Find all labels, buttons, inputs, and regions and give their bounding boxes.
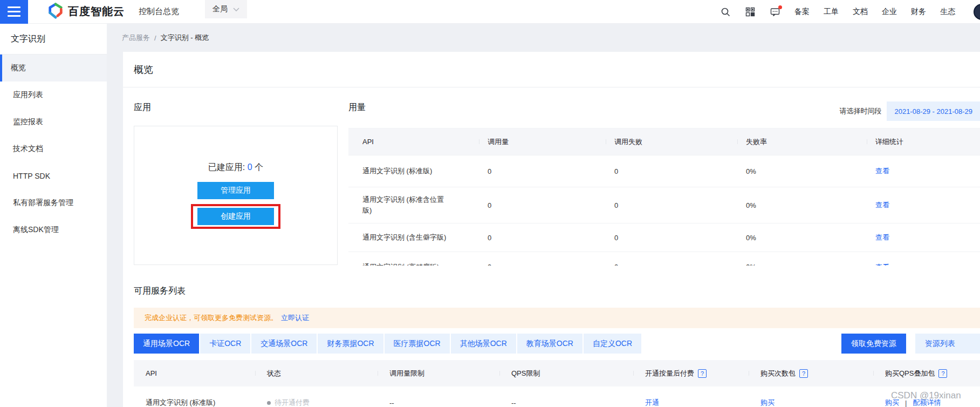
calls-value: 0	[479, 201, 606, 209]
qps-value: --	[499, 399, 633, 407]
svc-col-quota: 调用量限制	[378, 369, 499, 378]
svc-api-name: 通用文字识别 (标准版)	[134, 398, 255, 407]
action-separator: |	[905, 399, 907, 407]
fail-rate-value: 0%	[737, 201, 867, 209]
view-link[interactable]: 查看	[875, 263, 889, 266]
main-area: 产品服务 / 文字识别 - 概览 概览 应用 已建应用: 0 个	[107, 24, 980, 407]
nav-link-caiwu[interactable]: 财务	[911, 7, 926, 17]
created-apps-line: 已建应用: 0 个	[208, 162, 263, 173]
created-apps-label: 已建应用:	[208, 162, 245, 172]
nav-link-beian[interactable]: 备案	[794, 7, 810, 17]
status-indicator: 待开通付费	[267, 398, 310, 407]
tab-education-ocr[interactable]: 教育场景OCR	[517, 334, 582, 354]
messages-icon[interactable]	[770, 6, 780, 17]
services-section-title: 可用服务列表	[134, 285, 980, 297]
api-name: 通用文字识别 (高精度版)	[362, 262, 439, 266]
help-icon[interactable]: ?	[799, 369, 808, 378]
breadcrumb-root[interactable]: 产品服务	[122, 33, 150, 43]
usage-table-row: 通用文字识别 (标准版) 0 0 0% 查看	[348, 155, 980, 187]
view-link[interactable]: 查看	[875, 167, 889, 175]
failed-value: 0	[606, 234, 737, 242]
claim-free-resources-button[interactable]: 领取免费资源	[841, 334, 906, 354]
usage-col-detail: 详细统计	[867, 137, 980, 147]
tab-custom-ocr[interactable]: 自定义OCR	[584, 334, 641, 354]
date-range-label: 请选择时间段	[839, 106, 881, 116]
nav-link-gongdan[interactable]: 工单	[824, 7, 839, 17]
create-app-button[interactable]: 创建应用	[197, 208, 274, 225]
region-selector-value: 全局	[213, 4, 228, 14]
notification-badge	[778, 5, 782, 9]
svc-col-status: 状态	[255, 369, 378, 378]
products-grid-icon[interactable]	[745, 6, 756, 17]
tab-card-ocr[interactable]: 卡证OCR	[200, 334, 250, 354]
api-name: 通用文字识别 (标准含位置版)	[362, 194, 453, 216]
api-name: 通用文字识别 (含生僻字版)	[362, 232, 446, 243]
view-link[interactable]: 查看	[875, 233, 889, 241]
chevron-down-icon	[233, 5, 239, 13]
breadcrumb-current: 文字识别 - 概览	[161, 33, 209, 43]
sidebar-item-private-deploy[interactable]: 私有部署服务管理	[0, 189, 107, 216]
svc-col-qps: QPS限制	[499, 369, 633, 378]
services-table-row: 通用文字识别 (标准版) 待开通付费 -- -- 开通 购买 购买 | 配额详情	[134, 386, 980, 407]
search-icon[interactable]	[720, 6, 731, 17]
resource-list-button[interactable]: 资源列表	[915, 334, 980, 354]
certification-notice: 完成企业认证，可领取更多免费测试资源。 立即认证	[134, 308, 980, 328]
manage-app-button[interactable]: 管理应用	[197, 182, 274, 199]
console-overview-link[interactable]: 控制台总览	[139, 6, 179, 17]
buy-package-link[interactable]: 购买	[760, 398, 775, 407]
nav-link-qiye[interactable]: 企业	[882, 7, 897, 17]
fail-rate-value: 0%	[737, 167, 867, 175]
brand-logo[interactable]: 百度智能云	[47, 3, 125, 21]
sidebar: 文字识别 概览 应用列表 监控报表 技术文档 HTTP SDK 私有部署服务管理…	[0, 24, 107, 407]
breadcrumb-separator: /	[154, 34, 156, 42]
sidebar-item-overview[interactable]: 概览	[0, 55, 107, 82]
usage-col-api: API	[348, 138, 479, 146]
usage-col-failed: 调用失败	[606, 137, 737, 147]
open-postpaid-link[interactable]: 开通	[645, 398, 659, 407]
tab-medical-ocr[interactable]: 医疗票据OCR	[385, 334, 450, 354]
usage-col-fail-rate: 失败率	[737, 137, 867, 147]
sidebar-item-tech-docs[interactable]: 技术文档	[0, 135, 107, 162]
region-selector[interactable]: 全局	[205, 0, 247, 18]
services-table: API 状态 调用量限制 QPS限制 开通按量后付费 ? 购买次数包 ? 购买Q…	[134, 360, 980, 407]
sidebar-item-app-list[interactable]: 应用列表	[0, 82, 107, 108]
sidebar-item-monitor-report[interactable]: 监控报表	[0, 108, 107, 135]
tab-general-ocr[interactable]: 通用场景OCR	[134, 334, 199, 354]
tab-other-ocr[interactable]: 其他场景OCR	[451, 334, 516, 354]
quota-detail-link[interactable]: 配额详情	[913, 398, 941, 407]
content-panel: 概览 应用 已建应用: 0 个 管理应用 创建应用	[123, 52, 980, 407]
sidebar-title: 文字识别	[0, 24, 107, 55]
help-icon[interactable]: ?	[698, 369, 707, 378]
svc-col-api: API	[134, 369, 255, 377]
svc-col-postpaid: 开通按量后付费	[645, 369, 694, 378]
sidebar-item-http-sdk[interactable]: HTTP SDK	[0, 162, 107, 189]
failed-value: 0	[606, 263, 737, 266]
tab-traffic-ocr[interactable]: 交通场景OCR	[251, 334, 317, 354]
svc-col-package: 购买次数包	[760, 369, 796, 378]
hamburger-menu-button[interactable]	[0, 0, 28, 24]
certify-now-link[interactable]: 立即认证	[281, 313, 309, 323]
top-navbar: 百度智能云 控制台总览 全局 备案 工单 文档	[0, 0, 980, 24]
date-range-picker[interactable]: 2021-08-29 - 2021-08-29	[887, 101, 980, 121]
created-apps-count: 0	[248, 162, 252, 172]
user-avatar[interactable]	[974, 4, 980, 20]
calls-value: 0	[479, 263, 606, 266]
svc-col-qps-addon: 购买QPS叠加包	[885, 369, 935, 378]
quota-value: --	[378, 399, 499, 407]
sidebar-item-offline-sdk[interactable]: 离线SDK管理	[0, 216, 107, 243]
nav-link-shengtai[interactable]: 生态	[940, 7, 955, 17]
usage-table-header: API 调用量 调用失败 失败率 详细统计	[348, 128, 980, 155]
buy-qps-link[interactable]: 购买	[885, 398, 899, 407]
tab-finance-ocr[interactable]: 财务票据OCR	[318, 334, 383, 354]
baidu-cloud-logo-icon	[47, 3, 64, 21]
help-icon[interactable]: ?	[938, 369, 947, 378]
calls-value: 0	[479, 167, 606, 175]
services-table-header: API 状态 调用量限制 QPS限制 开通按量后付费 ? 购买次数包 ? 购买Q…	[134, 360, 980, 386]
api-name: 通用文字识别 (标准版)	[362, 166, 432, 177]
app-section: 应用 已建应用: 0 个 管理应用 创建应用	[134, 101, 338, 266]
red-annotation-box: 创建应用	[191, 204, 280, 229]
view-link[interactable]: 查看	[875, 201, 889, 209]
notice-text: 完成企业认证，可领取更多免费测试资源。	[145, 313, 278, 323]
nav-link-wendang[interactable]: 文档	[853, 7, 868, 17]
app-section-title: 应用	[134, 101, 338, 113]
